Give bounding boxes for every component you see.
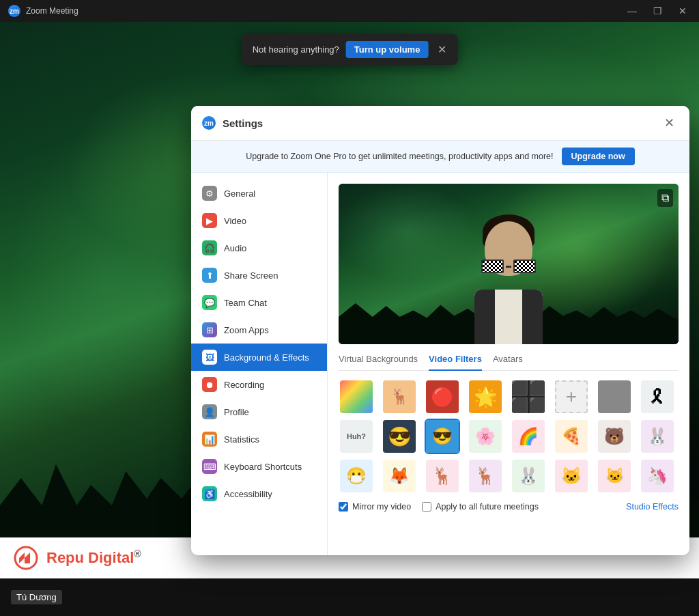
- tab-video-filters[interactable]: Video Filters: [429, 354, 482, 371]
- notification-banner: Not hearing anything? Turn up volume ✕: [242, 34, 458, 65]
- filter-cat[interactable]: 🐱: [597, 458, 632, 494]
- filter-glasses-inner: 😎: [426, 420, 459, 453]
- zoom-apps-icon: ⊞: [202, 322, 217, 337]
- app-title: Zoom Meeting: [26, 6, 623, 16]
- filter-unicorn-inner: 🦄: [641, 460, 674, 492]
- dialog-close-button[interactable]: ✕: [660, 114, 679, 132]
- sidebar-label-video: Video: [224, 216, 246, 226]
- filter-pink[interactable]: 🐱: [554, 458, 589, 494]
- general-icon: ⚙: [202, 186, 217, 201]
- settings-dialog: zm Settings ✕ Upgrade to Zoom One Pro to…: [191, 106, 689, 555]
- filter-ribbon-inner: 🎗: [641, 380, 674, 413]
- studio-effects-link[interactable]: Studio Effects: [626, 502, 679, 512]
- sidebar-label-statistics: Statistics: [224, 434, 259, 445]
- person-body: [474, 290, 543, 344]
- filter-bunny2[interactable]: 🐰: [511, 458, 546, 494]
- filter-cute2[interactable]: 🌈: [511, 419, 546, 454]
- filter-huh-inner: Huh?: [340, 420, 373, 453]
- bottom-bar: Tú Dương: [0, 578, 699, 616]
- glasses-bridge: [506, 266, 511, 268]
- filter-huh[interactable]: Huh?: [339, 419, 374, 454]
- filter-fox[interactable]: 🦊: [382, 458, 417, 494]
- sidebar-item-general[interactable]: ⚙ General: [191, 180, 327, 207]
- video-preview: ⧉: [339, 184, 679, 344]
- future-meetings-label[interactable]: Apply to all future meetings: [422, 502, 539, 512]
- sidebar-item-accessibility[interactable]: ♿ Accessibility: [191, 480, 327, 507]
- filter-gold-inner: 🌟: [469, 380, 502, 413]
- filter-dots[interactable]: ⬛⬛⬛⬛: [511, 379, 546, 415]
- future-meetings-text: Apply to all future meetings: [436, 502, 539, 512]
- sidebar-item-audio[interactable]: 🎧 Audio: [191, 234, 327, 262]
- filter-deer-inner: 🦌: [383, 380, 416, 413]
- filter-bear[interactable]: 🐻: [597, 419, 632, 454]
- filter-bunny2-inner: 🐰: [512, 460, 545, 492]
- sidebar-label-profile: Profile: [224, 407, 249, 417]
- filter-ribbon[interactable]: 🎗: [640, 379, 675, 415]
- sidebar-label-general: General: [224, 188, 255, 199]
- sidebar-item-profile[interactable]: 👤 Profile: [191, 398, 327, 425]
- filter-dark-blue[interactable]: 😎: [382, 419, 417, 454]
- profile-icon: 👤: [202, 404, 217, 419]
- filter-cute1-inner: 🌸: [469, 420, 502, 453]
- glasses-right-lens: [513, 260, 536, 273]
- filter-dark-blue-inner: 😎: [383, 420, 416, 453]
- filter-red[interactable]: 🔴: [425, 379, 460, 415]
- filter-pizza[interactable]: 🍕: [554, 419, 589, 454]
- filter-reindeer[interactable]: 🦌: [425, 458, 460, 494]
- background-effects-icon: 🖼: [202, 350, 217, 365]
- close-button[interactable]: ✕: [674, 4, 691, 18]
- filter-red-inner: 🔴: [426, 380, 459, 413]
- keyboard-shortcuts-icon: ⌨: [202, 459, 217, 474]
- glasses-left-lens: [481, 260, 504, 273]
- mirror-video-label[interactable]: Mirror my video: [339, 502, 411, 512]
- future-meetings-checkbox[interactable]: [422, 502, 431, 512]
- sidebar-item-statistics[interactable]: 📊 Statistics: [191, 425, 327, 453]
- filter-gray[interactable]: [597, 379, 632, 415]
- watermark-logo: [14, 546, 38, 570]
- video-icon: ▶: [202, 213, 217, 228]
- minimize-button[interactable]: —: [623, 4, 641, 18]
- filter-mask[interactable]: 😷: [339, 458, 374, 494]
- window-controls: — ❐ ✕: [623, 4, 691, 18]
- filter-fox-inner: 🦊: [383, 460, 416, 492]
- dialog-titlebar: zm Settings ✕: [191, 106, 689, 141]
- sidebar-label-accessibility: Accessibility: [224, 489, 272, 499]
- filter-rainbow[interactable]: [339, 379, 374, 415]
- upgrade-banner: Upgrade to Zoom One Pro to get unlimited…: [191, 141, 689, 173]
- sidebar-label-keyboard-shortcuts: Keyboard Shortcuts: [224, 462, 302, 472]
- maximize-button[interactable]: ❐: [649, 4, 666, 18]
- filter-deer[interactable]: 🦌: [382, 379, 417, 415]
- watermark-logo-svg: [14, 546, 38, 570]
- filter-pink-inner: 🐱: [555, 460, 588, 492]
- sidebar-label-zoom-apps: Zoom Apps: [224, 325, 269, 335]
- sidebar-item-background-effects[interactable]: 🖼 Background & Effects: [191, 344, 327, 371]
- sidebar-item-video[interactable]: ▶ Video: [191, 207, 327, 234]
- sidebar-label-team-chat: Team Chat: [224, 298, 267, 308]
- mirror-video-checkbox[interactable]: [339, 502, 348, 512]
- filter-deer2[interactable]: 🦌: [468, 458, 503, 494]
- sidebar-item-keyboard-shortcuts[interactable]: ⌨ Keyboard Shortcuts: [191, 453, 327, 480]
- sidebar-item-zoom-apps[interactable]: ⊞ Zoom Apps: [191, 316, 327, 344]
- filter-bunny[interactable]: 🐰: [640, 419, 675, 454]
- filter-cute1[interactable]: 🌸: [468, 419, 503, 454]
- filter-glasses[interactable]: 😎 Meet Happy: [425, 419, 460, 454]
- audio-icon: 🎧: [202, 240, 217, 255]
- sidebar-label-recording: Recording: [224, 380, 264, 390]
- statistics-icon: 📊: [202, 432, 217, 447]
- filter-unicorn[interactable]: 🦄: [640, 458, 675, 494]
- sidebar-item-share-screen[interactable]: ⬆ Share Screen: [191, 262, 327, 289]
- filter-add[interactable]: +: [554, 379, 589, 415]
- sidebar-item-team-chat[interactable]: 💬 Team Chat: [191, 289, 327, 316]
- notification-close-button[interactable]: ✕: [438, 43, 446, 56]
- tab-avatars[interactable]: Avatars: [493, 354, 523, 371]
- upgrade-now-button[interactable]: Upgrade now: [562, 148, 635, 165]
- sidebar-label-background-effects: Background & Effects: [224, 352, 309, 363]
- filter-gold[interactable]: 🌟: [468, 379, 503, 415]
- user-name-label: Tú Dương: [11, 590, 62, 604]
- filter-grid: 🦌 🔴 🌟 ⬛⬛⬛⬛ + 🎗: [339, 379, 679, 494]
- turn-up-volume-button[interactable]: Turn up volume: [346, 41, 429, 58]
- video-copy-button[interactable]: ⧉: [657, 189, 673, 207]
- tab-virtual-backgrounds[interactable]: Virtual Backgrounds: [339, 354, 418, 371]
- filter-dots-inner: ⬛⬛⬛⬛: [512, 380, 545, 413]
- sidebar-item-recording[interactable]: ⏺ Recording: [191, 371, 327, 398]
